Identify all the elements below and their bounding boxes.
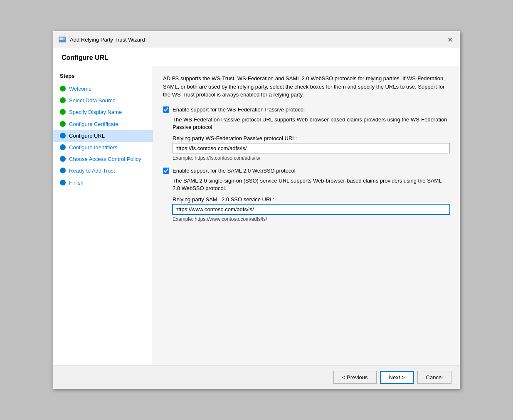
saml-url-input[interactable] [173, 204, 450, 215]
dot-welcome [60, 86, 66, 91]
sidebar-item-ready-to-add-trust[interactable]: Ready to Add Trust [53, 165, 153, 177]
dot-configure-url [60, 133, 66, 138]
ws-federation-field-label: Relying party WS-Federation Passive prot… [173, 135, 450, 141]
dot-select-data-source [60, 97, 66, 103]
title-bar: Add Relying Party Trust Wizard ✕ [53, 31, 460, 48]
window-title: Add Relying Party Trust Wizard [70, 37, 145, 43]
page-title: Configure URL [53, 48, 460, 66]
sidebar: Steps Welcome Select Data Source Specify… [53, 66, 153, 366]
close-button[interactable]: ✕ [445, 35, 455, 44]
dot-configure-identifiers [60, 144, 66, 150]
saml-section: Enable support for the SAML 2.0 WebSSO p… [163, 168, 450, 222]
cancel-button[interactable]: Cancel [417, 371, 451, 384]
ws-federation-section: Enable support for the WS-Federation Pas… [163, 106, 450, 161]
dot-configure-certificate [60, 121, 66, 127]
content-area: Steps Welcome Select Data Source Specify… [53, 66, 460, 366]
sidebar-item-specify-display-name[interactable]: Specify Display Name [53, 106, 153, 118]
saml-example: Example: https://www.contoso.com/adfs/ls… [173, 216, 450, 222]
dot-specify-display-name [60, 109, 66, 115]
sidebar-item-choose-access-control-policy[interactable]: Choose Access Control Policy [53, 153, 153, 165]
footer: < Previous Next > Cancel [53, 366, 460, 389]
previous-button[interactable]: < Previous [333, 371, 377, 384]
sidebar-item-welcome[interactable]: Welcome [53, 83, 153, 95]
dot-ready-to-add-trust [60, 168, 66, 173]
saml-field-label: Relying party SAML 2.0 SSO service URL: [173, 196, 450, 203]
next-button[interactable]: Next > [380, 371, 414, 384]
sidebar-item-configure-identifiers[interactable]: Configure Identifiers [53, 142, 153, 153]
wizard-icon [58, 35, 67, 44]
ws-federation-checkbox-row: Enable support for the WS-Federation Pas… [163, 106, 450, 113]
dot-finish [60, 180, 66, 185]
ws-federation-checkbox[interactable] [163, 106, 169, 113]
sidebar-item-configure-url[interactable]: Configure URL [53, 130, 153, 142]
main-description: AD FS supports the WS-Trust, WS-Federati… [163, 74, 450, 99]
ws-federation-description: The WS-Federation Passive protocol URL s… [173, 116, 450, 131]
ws-federation-checkbox-label[interactable]: Enable support for the WS-Federation Pas… [173, 106, 305, 113]
wizard-window: Add Relying Party Trust Wizard ✕ Configu… [53, 31, 460, 389]
saml-checkbox-label[interactable]: Enable support for the SAML 2.0 WebSSO p… [173, 168, 296, 174]
ws-federation-example: Example: https://fs.contoso.com/adfs/ls/ [173, 155, 450, 161]
sidebar-item-select-data-source[interactable]: Select Data Source [53, 95, 153, 106]
ws-federation-url-input[interactable] [173, 143, 450, 153]
sidebar-heading: Steps [53, 73, 153, 83]
main-panel: AD FS supports the WS-Trust, WS-Federati… [153, 66, 460, 366]
svg-rect-1 [59, 37, 63, 40]
sidebar-item-configure-certificate[interactable]: Configure Certificate [53, 119, 153, 130]
dot-choose-access-control-policy [60, 156, 66, 162]
saml-checkbox[interactable] [163, 168, 169, 174]
sidebar-item-finish[interactable]: Finish [53, 177, 153, 189]
title-bar-left: Add Relying Party Trust Wizard [58, 35, 145, 44]
saml-description: The SAML 2.0 single-sign-on (SSO) servic… [173, 177, 450, 192]
saml-checkbox-row: Enable support for the SAML 2.0 WebSSO p… [163, 168, 450, 174]
